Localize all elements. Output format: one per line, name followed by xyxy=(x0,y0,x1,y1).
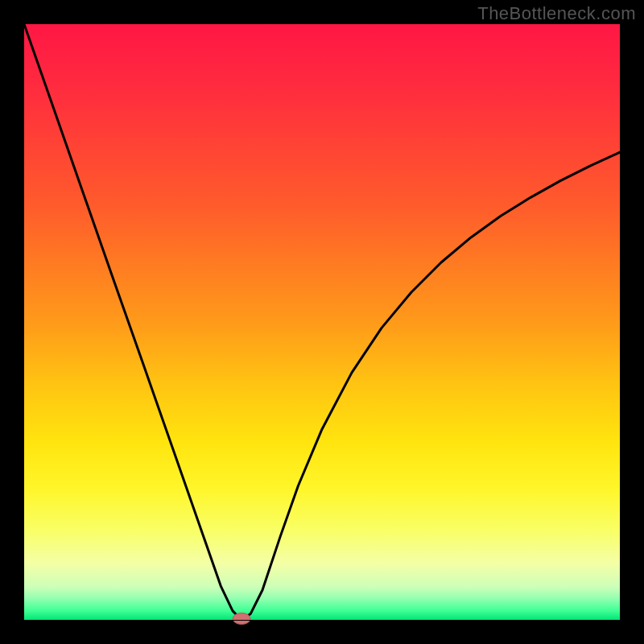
plot-background xyxy=(24,24,620,620)
optimum-marker xyxy=(233,613,250,625)
chart-frame: TheBottleneck.com xyxy=(0,0,644,644)
bottleneck-chart xyxy=(0,0,644,644)
watermark-text: TheBottleneck.com xyxy=(477,3,636,24)
